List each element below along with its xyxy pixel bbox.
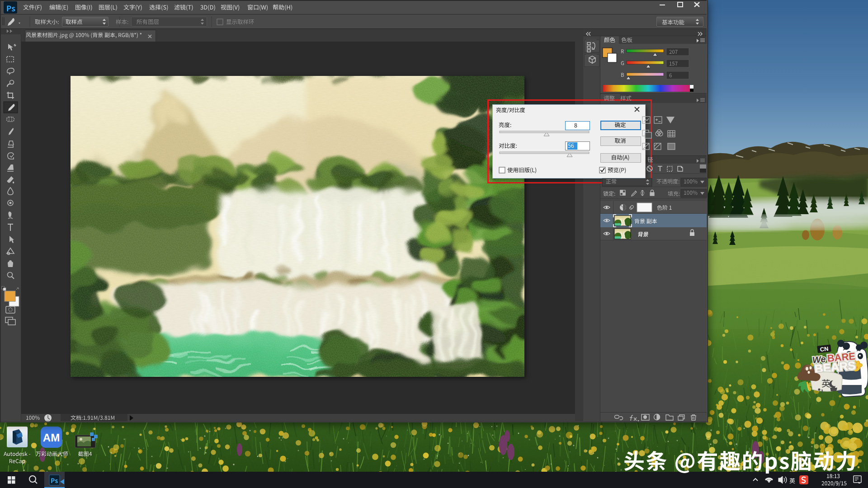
svg-text:CN: CN xyxy=(820,345,829,353)
